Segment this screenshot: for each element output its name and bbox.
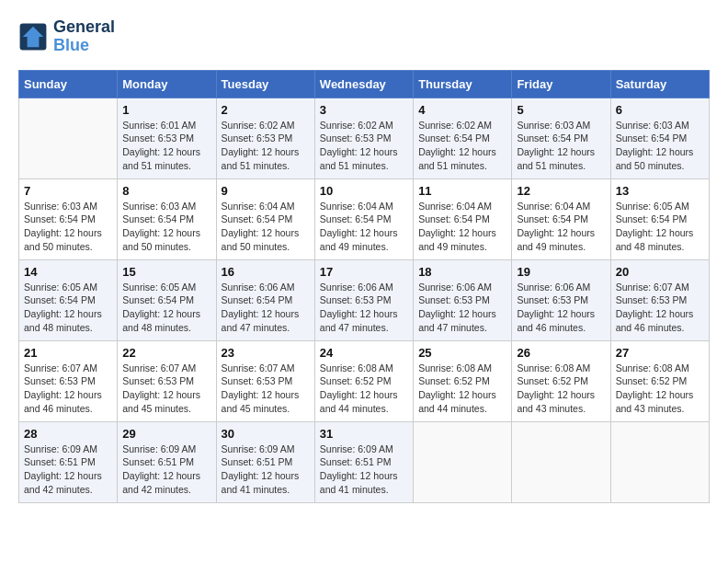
day-number: 6 [616, 103, 704, 117]
day-info: Sunrise: 6:06 AMSunset: 6:53 PMDaylight:… [418, 281, 506, 335]
calendar-cell: 19Sunrise: 6:06 AMSunset: 6:53 PMDayligh… [512, 259, 610, 340]
calendar-cell: 2Sunrise: 6:02 AMSunset: 6:53 PMDaylight… [216, 98, 314, 178]
day-number: 27 [616, 346, 704, 360]
day-info: Sunrise: 6:04 AMSunset: 6:54 PMDaylight:… [222, 200, 310, 254]
calendar-week-row: 1Sunrise: 6:01 AMSunset: 6:53 PMDaylight… [19, 98, 710, 178]
day-number: 30 [222, 427, 310, 441]
day-number: 18 [418, 265, 506, 279]
day-number: 26 [517, 346, 605, 360]
day-info: Sunrise: 6:04 AMSunset: 6:54 PMDaylight:… [418, 200, 506, 254]
day-info: Sunrise: 6:02 AMSunset: 6:54 PMDaylight:… [418, 119, 506, 173]
day-number: 2 [222, 103, 310, 117]
calendar-cell: 13Sunrise: 6:05 AMSunset: 6:54 PMDayligh… [610, 178, 709, 259]
day-info: Sunrise: 6:09 AMSunset: 6:51 PMDaylight:… [222, 442, 310, 497]
calendar-table: SundayMondayTuesdayWednesdayThursdayFrid… [18, 70, 710, 503]
day-number: 19 [517, 265, 605, 279]
day-info: Sunrise: 6:06 AMSunset: 6:54 PMDaylight:… [222, 281, 310, 335]
day-info: Sunrise: 6:05 AMSunset: 6:54 PMDaylight:… [616, 200, 704, 254]
weekday-header-friday: Friday [512, 70, 610, 98]
calendar-cell: 10Sunrise: 6:04 AMSunset: 6:54 PMDayligh… [314, 178, 413, 259]
day-number: 8 [122, 184, 210, 198]
day-number: 5 [517, 103, 605, 117]
day-info: Sunrise: 6:04 AMSunset: 6:54 PMDaylight:… [517, 200, 605, 254]
day-info: Sunrise: 6:09 AMSunset: 6:51 PMDaylight:… [320, 442, 408, 497]
day-number: 29 [122, 427, 210, 441]
calendar-cell: 29Sunrise: 6:09 AMSunset: 6:51 PMDayligh… [118, 421, 216, 502]
calendar-cell [610, 421, 709, 502]
logo-icon [18, 22, 48, 52]
weekday-header-tuesday: Tuesday [216, 70, 314, 98]
calendar-week-row: 21Sunrise: 6:07 AMSunset: 6:53 PMDayligh… [19, 340, 710, 421]
weekday-header-saturday: Saturday [610, 70, 709, 98]
calendar-cell: 14Sunrise: 6:05 AMSunset: 6:54 PMDayligh… [19, 259, 118, 340]
day-info: Sunrise: 6:07 AMSunset: 6:53 PMDaylight:… [616, 281, 704, 335]
day-info: Sunrise: 6:01 AMSunset: 6:53 PMDaylight:… [122, 119, 210, 173]
calendar-cell: 27Sunrise: 6:08 AMSunset: 6:52 PMDayligh… [610, 340, 709, 421]
day-number: 28 [24, 427, 112, 441]
calendar-cell: 12Sunrise: 6:04 AMSunset: 6:54 PMDayligh… [512, 178, 610, 259]
calendar-cell: 11Sunrise: 6:04 AMSunset: 6:54 PMDayligh… [414, 178, 512, 259]
calendar-week-row: 28Sunrise: 6:09 AMSunset: 6:51 PMDayligh… [19, 421, 710, 502]
calendar-cell: 3Sunrise: 6:02 AMSunset: 6:53 PMDaylight… [314, 98, 413, 178]
day-info: Sunrise: 6:03 AMSunset: 6:54 PMDaylight:… [24, 200, 112, 254]
day-number: 10 [320, 184, 408, 198]
logo: General Blue [18, 18, 115, 55]
day-info: Sunrise: 6:08 AMSunset: 6:52 PMDaylight:… [517, 362, 605, 416]
calendar-cell: 25Sunrise: 6:08 AMSunset: 6:52 PMDayligh… [414, 340, 512, 421]
calendar-cell: 17Sunrise: 6:06 AMSunset: 6:53 PMDayligh… [314, 259, 413, 340]
day-number: 23 [222, 346, 310, 360]
weekday-header-row: SundayMondayTuesdayWednesdayThursdayFrid… [19, 70, 710, 98]
calendar-cell: 15Sunrise: 6:05 AMSunset: 6:54 PMDayligh… [118, 259, 216, 340]
calendar-cell [19, 98, 118, 178]
day-info: Sunrise: 6:09 AMSunset: 6:51 PMDaylight:… [24, 442, 112, 497]
calendar-cell: 4Sunrise: 6:02 AMSunset: 6:54 PMDaylight… [414, 98, 512, 178]
day-number: 15 [122, 265, 210, 279]
day-number: 13 [616, 184, 704, 198]
day-info: Sunrise: 6:02 AMSunset: 6:53 PMDaylight:… [320, 119, 408, 173]
calendar-cell: 22Sunrise: 6:07 AMSunset: 6:53 PMDayligh… [118, 340, 216, 421]
page-header: General Blue [18, 18, 710, 55]
calendar-week-row: 7Sunrise: 6:03 AMSunset: 6:54 PMDaylight… [19, 178, 710, 259]
day-info: Sunrise: 6:05 AMSunset: 6:54 PMDaylight:… [122, 281, 210, 335]
day-info: Sunrise: 6:08 AMSunset: 6:52 PMDaylight:… [320, 362, 408, 416]
calendar-cell [512, 421, 610, 502]
day-info: Sunrise: 6:07 AMSunset: 6:53 PMDaylight:… [122, 362, 210, 416]
day-info: Sunrise: 6:06 AMSunset: 6:53 PMDaylight:… [320, 281, 408, 335]
day-number: 11 [418, 184, 506, 198]
calendar-cell: 1Sunrise: 6:01 AMSunset: 6:53 PMDaylight… [118, 98, 216, 178]
day-number: 16 [222, 265, 310, 279]
calendar-cell: 7Sunrise: 6:03 AMSunset: 6:54 PMDaylight… [19, 178, 118, 259]
day-number: 25 [418, 346, 506, 360]
day-info: Sunrise: 6:03 AMSunset: 6:54 PMDaylight:… [517, 119, 605, 173]
day-info: Sunrise: 6:02 AMSunset: 6:53 PMDaylight:… [222, 119, 310, 173]
day-info: Sunrise: 6:08 AMSunset: 6:52 PMDaylight:… [616, 362, 704, 416]
day-number: 7 [24, 184, 112, 198]
calendar-cell: 21Sunrise: 6:07 AMSunset: 6:53 PMDayligh… [19, 340, 118, 421]
weekday-header-sunday: Sunday [19, 70, 118, 98]
calendar-cell: 28Sunrise: 6:09 AMSunset: 6:51 PMDayligh… [19, 421, 118, 502]
day-number: 3 [320, 103, 408, 117]
day-info: Sunrise: 6:06 AMSunset: 6:53 PMDaylight:… [517, 281, 605, 335]
day-number: 12 [517, 184, 605, 198]
day-number: 31 [320, 427, 408, 441]
weekday-header-monday: Monday [118, 70, 216, 98]
day-info: Sunrise: 6:08 AMSunset: 6:52 PMDaylight:… [418, 362, 506, 416]
day-number: 17 [320, 265, 408, 279]
calendar-cell: 6Sunrise: 6:03 AMSunset: 6:54 PMDaylight… [610, 98, 709, 178]
day-number: 20 [616, 265, 704, 279]
day-number: 14 [24, 265, 112, 279]
day-number: 9 [222, 184, 310, 198]
calendar-cell: 30Sunrise: 6:09 AMSunset: 6:51 PMDayligh… [216, 421, 314, 502]
calendar-cell: 16Sunrise: 6:06 AMSunset: 6:54 PMDayligh… [216, 259, 314, 340]
day-number: 4 [418, 103, 506, 117]
calendar-cell: 26Sunrise: 6:08 AMSunset: 6:52 PMDayligh… [512, 340, 610, 421]
calendar-cell: 31Sunrise: 6:09 AMSunset: 6:51 PMDayligh… [314, 421, 413, 502]
day-info: Sunrise: 6:05 AMSunset: 6:54 PMDaylight:… [24, 281, 112, 335]
day-info: Sunrise: 6:09 AMSunset: 6:51 PMDaylight:… [122, 442, 210, 497]
calendar-cell: 20Sunrise: 6:07 AMSunset: 6:53 PMDayligh… [610, 259, 709, 340]
calendar-cell: 24Sunrise: 6:08 AMSunset: 6:52 PMDayligh… [314, 340, 413, 421]
calendar-cell: 9Sunrise: 6:04 AMSunset: 6:54 PMDaylight… [216, 178, 314, 259]
weekday-header-wednesday: Wednesday [314, 70, 413, 98]
day-info: Sunrise: 6:04 AMSunset: 6:54 PMDaylight:… [320, 200, 408, 254]
logo-text: General Blue [53, 18, 115, 55]
